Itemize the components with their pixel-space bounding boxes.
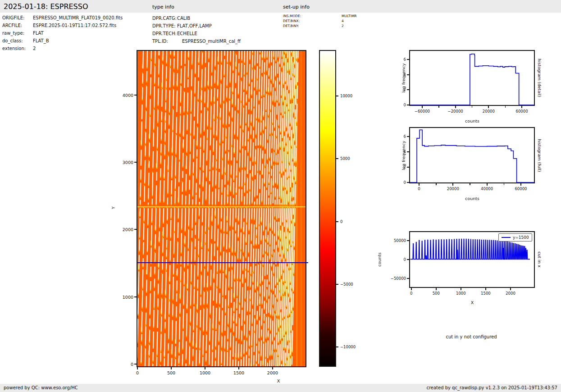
hist-detail-yaxis-label: log frequency [401, 63, 406, 92]
meta-value: MULTIMR [342, 14, 357, 18]
legend-label: y=1500 [513, 235, 529, 240]
x-tick-label: 20000 [483, 109, 495, 114]
colorbar-tick-mark [336, 96, 338, 96]
meta-value: CALIB [177, 14, 190, 22]
y-tick-mark [407, 240, 409, 241]
y-tick-label: 0 [404, 103, 406, 107]
hist-detail-right-label: histogram (detail) [537, 59, 542, 97]
x-tick-mark [238, 367, 239, 369]
x-tick-label: 60000 [515, 187, 527, 191]
x-tick-mark [411, 288, 412, 290]
x-minor-tick-mark [505, 106, 506, 108]
x-tick-mark [272, 367, 273, 369]
y-tick-mark [134, 95, 137, 96]
x-tick-mark [452, 183, 453, 186]
x-tick-mark [205, 367, 205, 369]
y-tick-label: 0 [404, 180, 406, 185]
x-tick-label: 2000 [506, 291, 515, 296]
cut-in-y-note: cut in y not configured [446, 334, 497, 339]
y-tick-mark [407, 167, 409, 168]
meta-value: 4 [342, 18, 344, 23]
meta-label: ARCFILE: [2, 22, 33, 29]
y-tick-mark [407, 151, 409, 152]
histogram-detail-canvas [410, 51, 534, 105]
x-tick-mark [419, 183, 420, 186]
meta-value: 2 [33, 45, 36, 52]
x-tick-mark [487, 183, 488, 186]
x-tick-label: 1500 [481, 291, 491, 296]
colorbar-tick-label: 5000 [340, 156, 350, 161]
footer-left-text: powered by QC: www.eso.org/HC [4, 384, 78, 392]
y-tick-label: 6 [404, 134, 406, 139]
y-tick-mark [407, 74, 409, 75]
colorbar-tick-label: 10000 [340, 94, 352, 98]
meta-row: extension:2 [2, 45, 123, 52]
meta-row: DET.BINY:2 [283, 23, 357, 28]
colorbar-gradient [320, 51, 335, 366]
meta-row: ORIGFILE:ESPRESSO_MULTIMR_FLAT019_0020.f… [2, 14, 123, 22]
footer-right-text: created by qc_rawdisp.py v1.2.3 on 2025-… [426, 384, 557, 392]
x-tick-label: 40000 [481, 187, 493, 191]
meta-label: DET.BINX: [283, 18, 342, 23]
y-tick-mark [407, 105, 409, 105]
x-tick-label: 2000 [267, 370, 278, 375]
hist-full-yaxis-label: log frequency [401, 141, 406, 170]
y-tick-label: 2000 [123, 227, 133, 232]
meta-row: TPL.ID:ESPRESSO_multiMR_cal_ff [152, 37, 241, 45]
meta-label: DPR.TECH: [152, 30, 177, 37]
histogram-full-canvas [410, 128, 534, 182]
x-tick-label: 60000 [516, 109, 528, 114]
setup-info-block: INS.MODE:MULTIMRDET.BINX:4DET.BINY:2 [283, 14, 357, 28]
meta-label: DET.BINY: [283, 23, 342, 28]
x-tick-label: 0 [410, 291, 412, 296]
x-tick-label: 1000 [200, 370, 210, 375]
y-tick-mark [134, 229, 137, 230]
meta-label: ORIGFILE: [2, 14, 33, 22]
meta-value: 2 [342, 23, 344, 28]
setup-info-heading: set-up info [283, 4, 310, 10]
colorbar-tick-label: −5000 [340, 282, 353, 287]
colorbar-tick-mark [336, 346, 338, 347]
meta-value: ESPRE.2025-01-19T11:17:02.572.fits [33, 22, 116, 29]
x-tick-label: 0 [136, 370, 139, 375]
histogram-detail-plot: −60000−2000020000600000246 [409, 50, 535, 106]
cut-plot-legend: y=1500 [498, 233, 532, 242]
legend-line-sample [502, 237, 511, 238]
x-tick-label: −20000 [448, 109, 463, 114]
x-minor-tick-mark [472, 106, 472, 108]
page-title: 2025-01-18: ESPRESSO [4, 2, 88, 11]
x-tick-mark [422, 106, 423, 108]
y-tick-mark [134, 162, 137, 163]
y-tick-mark [407, 59, 409, 60]
colorbar-tick-label: 0 [340, 219, 342, 224]
x-tick-label: 500 [433, 291, 440, 296]
y-tick-label: 3000 [123, 160, 133, 164]
y-tick-mark [134, 296, 137, 297]
meta-label: raw_type: [2, 29, 33, 37]
type-info-heading: type info [152, 4, 174, 10]
y-tick-mark [407, 136, 409, 137]
meta-label: TPL.ID: [152, 37, 182, 45]
x-minor-tick-mark [504, 183, 504, 185]
meta-label: DPR.TYPE: [152, 22, 177, 30]
meta-row: ARCFILE:ESPRE.2025-01-19T11:17:02.572.fi… [2, 22, 123, 29]
cut-xaxis-label: X [471, 300, 474, 305]
meta-value: FLAT_B [33, 37, 49, 45]
x-minor-tick-mark [436, 183, 436, 185]
y-tick-label: 6 [404, 57, 406, 62]
meta-label: extension: [2, 45, 33, 52]
colorbar-tick-mark [336, 158, 338, 159]
y-tick-label: −50000 [391, 276, 406, 281]
x-tick-mark [488, 106, 489, 108]
hist-detail-xaxis-label: counts [465, 119, 479, 123]
meta-row: do_class:FLAT_B [2, 37, 123, 45]
colorbar-tick-mark [336, 221, 338, 222]
x-tick-mark [436, 288, 437, 290]
meta-label: DPR.CATG: [152, 14, 177, 22]
cut-position-line [137, 262, 308, 263]
cut-right-label: cut in x [537, 251, 542, 267]
y-tick-mark [134, 364, 137, 365]
x-tick-label: 500 [167, 370, 175, 375]
main-yaxis-label: Y [111, 206, 116, 209]
colorbar-tick-mark [336, 284, 338, 285]
